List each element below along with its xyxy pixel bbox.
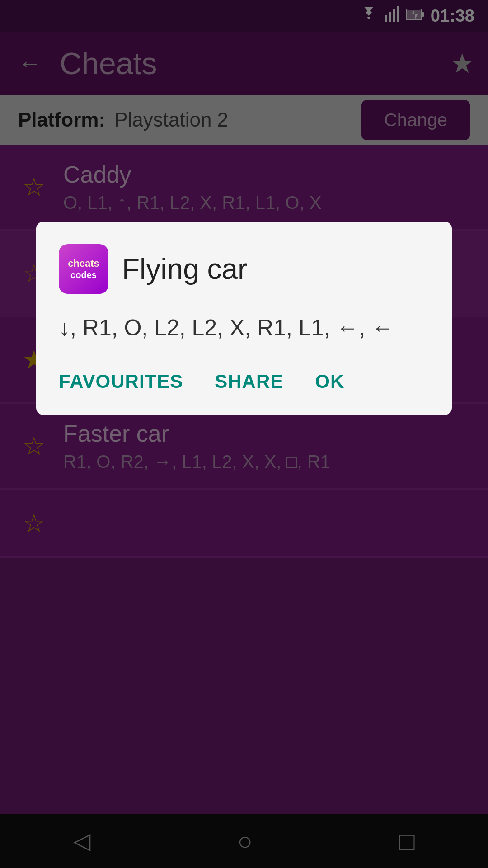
ok-button[interactable]: OK [315,366,358,397]
dialog-cheat-code: ↓, R1, O, L2, L2, X, R1, L1, ←, ← [59,312,429,344]
dialog-header: cheats codes Flying car [59,244,429,294]
app-icon: cheats codes [59,244,108,294]
dialog-actions: FAVOURITES SHARE OK [59,366,429,397]
app-icon-line1: cheats [68,258,99,269]
favourites-button[interactable]: FAVOURITES [59,366,197,397]
share-button[interactable]: SHARE [215,366,297,397]
modal-overlay [0,0,488,868]
dialog-title: Flying car [122,252,247,286]
cheat-detail-dialog: cheats codes Flying car ↓, R1, O, L2, L2… [36,222,452,415]
app-icon-line2: codes [70,269,97,280]
